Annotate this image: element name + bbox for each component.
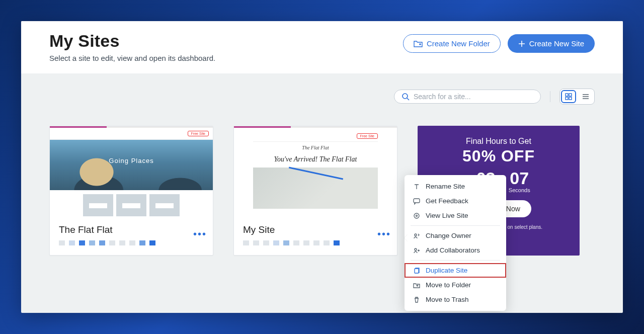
svg-rect-10 <box>415 269 419 273</box>
chat-icon <box>413 198 421 205</box>
menu-change-owner[interactable]: Change Owner <box>405 228 506 243</box>
timer-seconds: 07 Seconds <box>509 169 530 193</box>
svg-point-0 <box>403 94 408 99</box>
text-icon <box>413 183 421 190</box>
duplicate-icon <box>413 267 421 274</box>
promo-headline-2: 50% OFF <box>427 147 571 165</box>
list-view-button[interactable] <box>577 89 594 104</box>
user-swap-icon <box>413 232 421 239</box>
svg-rect-3 <box>566 97 568 100</box>
menu-separator <box>411 225 500 226</box>
search-input[interactable] <box>414 93 533 101</box>
timer-seconds-num: 07 <box>509 169 530 188</box>
menu-duplicate-site[interactable]: Duplicate Site <box>405 263 506 278</box>
trash-icon <box>413 296 421 303</box>
menu-view-live[interactable]: View Live Site <box>405 208 506 223</box>
site-title: My Site <box>243 224 388 235</box>
sites-grid: Free Site Going Places The Flat Flat ••• <box>21 111 623 271</box>
thumb-brand: The Flat Flat <box>253 145 378 150</box>
menu-label: Rename Site <box>426 183 465 190</box>
toolbar-divider <box>550 91 550 102</box>
svg-point-8 <box>415 234 417 236</box>
toolbar <box>21 73 623 111</box>
menu-rename-site[interactable]: Rename Site <box>405 179 506 194</box>
menu-label: Duplicate Site <box>426 267 467 274</box>
menu-label: Get Feedback <box>426 197 468 205</box>
menu-label: Change Owner <box>426 232 471 239</box>
menu-move-trash[interactable]: Move to Trash <box>405 292 506 307</box>
svg-point-6 <box>414 213 419 218</box>
folder-move-icon <box>413 282 421 289</box>
create-folder-label: Create New Folder <box>427 39 490 48</box>
svg-point-7 <box>416 215 418 216</box>
header-actions: Create New Folder Create New Site <box>403 34 595 53</box>
search-box[interactable] <box>394 90 541 104</box>
more-options-button[interactable]: ••• <box>193 228 207 240</box>
more-options-button[interactable]: ••• <box>377 228 391 240</box>
create-folder-button[interactable]: Create New Folder <box>403 34 501 53</box>
page-title: My Sites <box>49 31 215 51</box>
card-footer: The Flat Flat ••• <box>50 217 213 254</box>
svg-rect-2 <box>569 94 572 96</box>
page-subtitle: Select a site to edit, view and open its… <box>49 54 215 62</box>
menu-move-folder[interactable]: Move to Folder <box>405 278 506 292</box>
menu-label: Move to Folder <box>426 281 471 289</box>
header-left: My Sites Select a site to edit, view and… <box>49 31 215 62</box>
color-chips <box>59 240 204 245</box>
site-thumbnail: Free Site Going Places <box>50 128 213 217</box>
menu-label: View Live Site <box>426 212 468 219</box>
site-title: The Flat Flat <box>59 224 204 235</box>
thumb-headline: You've Arrived! The Flat Flat <box>255 155 376 163</box>
timer-seconds-label: Seconds <box>509 187 530 193</box>
color-chips <box>243 240 388 245</box>
menu-separator <box>411 260 500 261</box>
site-context-menu: Rename Site Get Feedback View Live Site … <box>405 175 506 311</box>
thumb-banner-text: Going Places <box>50 157 213 164</box>
search-icon <box>401 93 410 101</box>
page-header: My Sites Select a site to edit, view and… <box>21 21 623 73</box>
create-site-button[interactable]: Create New Site <box>508 34 595 53</box>
menu-get-feedback[interactable]: Get Feedback <box>405 194 506 208</box>
eye-icon <box>413 212 421 219</box>
svg-rect-5 <box>414 199 420 203</box>
site-card[interactable]: Free Site The Flat Flat You've Arrived! … <box>233 126 397 256</box>
card-footer: My Site ••• <box>234 217 397 254</box>
menu-label: Move to Trash <box>426 296 469 303</box>
menu-label: Add Collaborators <box>426 246 480 254</box>
user-plus-icon <box>413 247 421 254</box>
plus-icon <box>518 40 525 47</box>
promo-headline-1: Final Hours to Get <box>427 137 571 146</box>
svg-point-9 <box>415 248 417 251</box>
view-toggle <box>559 89 595 105</box>
site-card[interactable]: Free Site Going Places The Flat Flat ••• <box>49 126 213 256</box>
folder-plus-icon <box>414 40 423 48</box>
svg-rect-1 <box>566 94 568 96</box>
menu-add-collaborators[interactable]: Add Collaborators <box>405 243 506 258</box>
create-site-label: Create New Site <box>529 39 584 48</box>
svg-rect-4 <box>569 97 572 100</box>
site-thumbnail: Free Site The Flat Flat You've Arrived! … <box>234 128 397 217</box>
app-window: My Sites Select a site to edit, view and… <box>21 21 623 313</box>
grid-view-button[interactable] <box>561 90 576 103</box>
